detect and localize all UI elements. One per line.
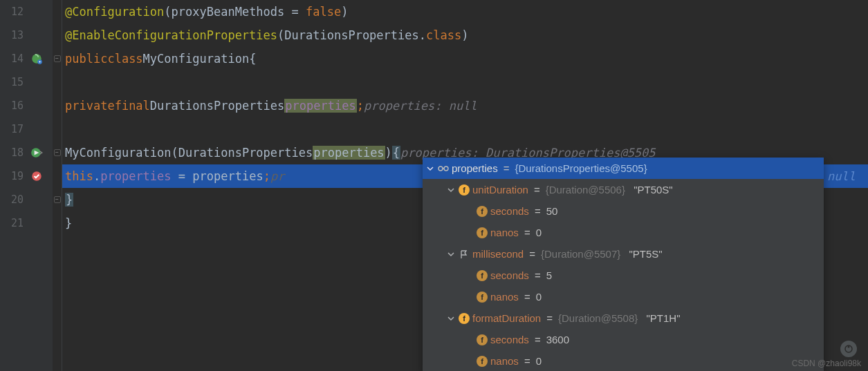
fold-toggle-icon[interactable]: −: [54, 196, 61, 203]
run-icon[interactable]: [30, 146, 43, 159]
debug-node-leaf[interactable]: f nanos = 0: [423, 222, 824, 243]
code-line[interactable]: @Configuration(proxyBeanMethods = false): [62, 0, 868, 23]
svg-point-7: [848, 346, 850, 348]
fold-toggle-icon[interactable]: −: [54, 149, 61, 156]
line-number: 20: [0, 193, 24, 206]
field-icon: f: [477, 334, 488, 345]
flag-icon: [459, 249, 470, 260]
watch-icon: [438, 163, 449, 174]
debug-node-leaf[interactable]: f seconds = 50: [423, 200, 824, 222]
code-line[interactable]: [62, 70, 868, 94]
code-line[interactable]: private final DurationsProperties proper…: [62, 94, 868, 117]
field-icon: f: [459, 313, 470, 324]
debug-node-leaf[interactable]: f nanos = 0: [423, 350, 824, 371]
code-line[interactable]: @EnableConfigurationProperties(Durations…: [62, 23, 868, 47]
fold-column: − − −: [53, 0, 62, 371]
line-number: 18: [0, 146, 24, 159]
watermark-text: CSDN @zhaoli98k: [792, 359, 861, 368]
gutter: 12 13 14 15 16 17 18 19 20 21: [0, 0, 53, 371]
line-number: 12: [0, 6, 24, 18]
debug-node-leaf[interactable]: f seconds = 5: [423, 265, 824, 286]
debug-node[interactable]: millisecond = {Duration@5507} "PT5S": [423, 243, 824, 265]
code-line[interactable]: [62, 117, 868, 141]
line-number: 15: [0, 76, 24, 88]
field-icon: f: [477, 292, 488, 303]
field-icon: f: [477, 227, 488, 238]
line-number: 14: [0, 53, 24, 65]
chevron-down-icon[interactable]: [446, 249, 456, 259]
line-number: 13: [0, 29, 24, 41]
field-icon: f: [477, 206, 488, 217]
debug-variable-popup[interactable]: properties = {DurationsProperties@5505} …: [423, 158, 824, 371]
field-icon: f: [477, 356, 488, 367]
debug-node-leaf[interactable]: f seconds = 3600: [423, 329, 824, 350]
reader-mode-icon[interactable]: [840, 341, 857, 357]
debug-node[interactable]: f unitDuration = {Duration@5506} "PT50S": [423, 179, 824, 200]
line-number: 17: [0, 123, 24, 135]
debug-node-root[interactable]: properties = {DurationsProperties@5505}: [423, 158, 824, 179]
line-number: 19: [0, 170, 24, 182]
field-icon: f: [459, 184, 470, 196]
bean-icon[interactable]: [30, 53, 43, 65]
chevron-down-icon[interactable]: [425, 164, 435, 173]
inline-value: null: [827, 169, 856, 183]
breakpoint-icon[interactable]: [30, 170, 43, 182]
svg-point-5: [444, 167, 448, 171]
code-line[interactable]: public class MyConfiguration {: [62, 47, 868, 70]
svg-point-4: [438, 167, 443, 171]
chevron-down-icon[interactable]: [446, 185, 456, 195]
debug-node-leaf[interactable]: f nanos = 0: [423, 286, 824, 307]
chevron-down-icon[interactable]: [446, 314, 456, 323]
line-number: 21: [0, 217, 24, 229]
line-number: 16: [0, 99, 24, 112]
debug-node[interactable]: f formatDuration = {Duration@5508} "PT1H…: [423, 307, 824, 329]
field-icon: f: [477, 270, 488, 281]
fold-toggle-icon[interactable]: −: [54, 55, 61, 62]
